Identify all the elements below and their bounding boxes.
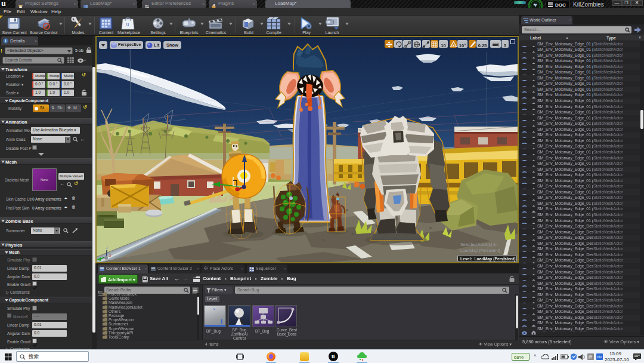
svg-text:z: z bbox=[106, 245, 109, 250]
svg-text:u: u bbox=[126, 21, 129, 27]
svg-text:i: i bbox=[5, 39, 7, 43]
svg-text:x: x bbox=[109, 253, 112, 257]
